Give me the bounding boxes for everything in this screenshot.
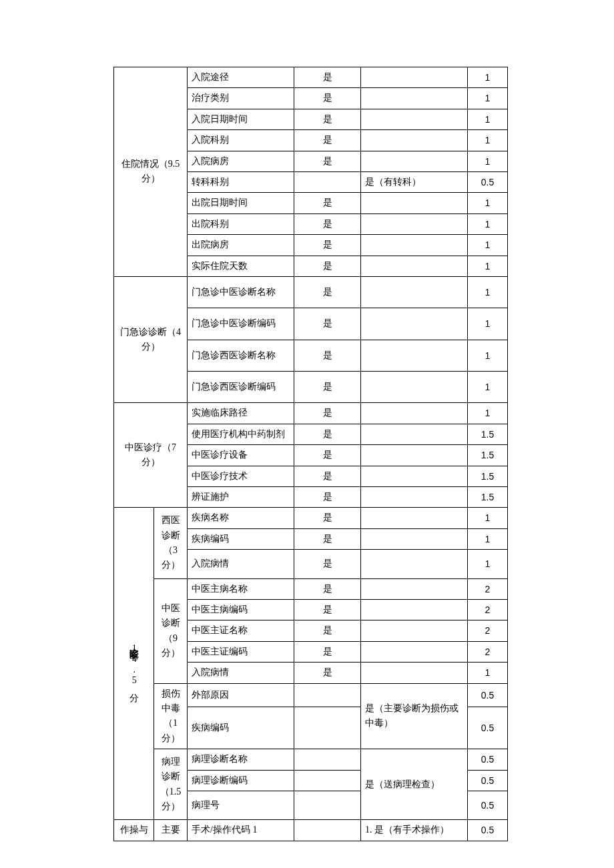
- item-cell: 治疗类别: [188, 88, 294, 109]
- condition-cell: [361, 256, 468, 276]
- item-cell: 病理号: [188, 791, 294, 819]
- required-cell: [294, 820, 361, 841]
- condition-cell: 是（主要诊断为损伤或中毒）: [361, 683, 468, 749]
- item-cell: 中医主证编码: [188, 641, 294, 662]
- section-discharge-diagnosis: 出院诊断14.5分: [114, 508, 154, 820]
- table-row: 住院情况（9.5 分） 入院途径 是 1: [114, 67, 508, 88]
- table-row: 门急诊诊断（4 分） 门急诊中医诊断名称是1: [114, 276, 508, 308]
- required-cell: 是: [294, 487, 361, 508]
- item-cell: 辨证施护: [188, 487, 294, 508]
- score-cell: 0.5: [468, 770, 508, 791]
- score-cell: 2: [468, 641, 508, 662]
- condition-cell: [361, 578, 468, 599]
- required-cell: 是: [294, 372, 361, 403]
- item-cell: 入院病房: [188, 151, 294, 171]
- condition-cell: [361, 663, 468, 683]
- score-cell: 1: [468, 256, 508, 276]
- condition-cell: [361, 276, 468, 308]
- required-cell: 是: [294, 67, 361, 88]
- required-cell: [294, 171, 361, 192]
- condition-cell: 是（送病理检查）: [361, 749, 468, 820]
- subsection-injury: 损伤中毒（1 分）: [154, 683, 188, 749]
- condition-cell: [361, 528, 468, 549]
- score-cell: 1: [468, 403, 508, 424]
- score-cell: 1.5: [468, 445, 508, 466]
- table-row: 中医诊疗（7 分） 实施临床路径是1: [114, 403, 508, 424]
- item-cell: 入院途径: [188, 67, 294, 88]
- condition-cell: [361, 424, 468, 444]
- table-row: 出院诊断14.5分 西医诊断（3 分） 疾病名称是1: [114, 508, 508, 528]
- section-label: 出院诊断14.5分: [126, 640, 141, 687]
- item-cell: 手术/操作代码 1: [188, 820, 294, 841]
- required-cell: 是: [294, 578, 361, 599]
- item-cell: 疾病编码: [188, 707, 294, 749]
- item-cell: 门急诊西医诊断名称: [188, 340, 294, 371]
- item-cell: 门急诊中医诊断编码: [188, 308, 294, 340]
- condition-cell: [361, 235, 468, 256]
- item-cell: 病理诊断名称: [188, 749, 294, 770]
- score-cell: 1.5: [468, 424, 508, 444]
- scoring-table: 住院情况（9.5 分） 入院途径 是 1 治疗类别是1 入院日期时间是1 入院科…: [113, 67, 508, 841]
- condition-cell: 是（有转科）: [361, 171, 468, 192]
- item-cell: 中医主证名称: [188, 620, 294, 641]
- required-cell: [294, 770, 361, 791]
- required-cell: 是: [294, 308, 361, 340]
- score-cell: 1: [468, 276, 508, 308]
- score-cell: 0.5: [468, 707, 508, 749]
- required-cell: 是: [294, 276, 361, 308]
- required-cell: 是: [294, 466, 361, 486]
- condition-cell: [361, 308, 468, 340]
- section-outpatient: 门急诊诊断（4 分）: [114, 276, 188, 403]
- condition-cell: [361, 340, 468, 371]
- item-cell: 出院科别: [188, 213, 294, 234]
- table-row: 中医诊断（9 分） 中医主病名称是2: [114, 578, 508, 599]
- item-cell: 中医诊疗设备: [188, 445, 294, 466]
- required-cell: 是: [294, 88, 361, 109]
- condition-cell: [361, 372, 468, 403]
- subsection-op-main: 主要: [154, 820, 188, 841]
- condition-cell: [361, 487, 468, 508]
- required-cell: 是: [294, 550, 361, 578]
- score-cell: 1: [468, 67, 508, 88]
- item-cell: 实际住院天数: [188, 256, 294, 276]
- item-cell: 入院科别: [188, 130, 294, 151]
- condition-cell: 1. 是（有手术操作）: [361, 820, 468, 841]
- item-cell: 门急诊西医诊断编码: [188, 372, 294, 403]
- required-cell: [294, 683, 361, 707]
- required-cell: 是: [294, 508, 361, 528]
- score-cell: 1: [468, 663, 508, 683]
- required-cell: 是: [294, 340, 361, 371]
- item-cell: 入院病情: [188, 550, 294, 578]
- required-cell: [294, 707, 361, 749]
- item-cell: 入院病情: [188, 663, 294, 683]
- required-cell: 是: [294, 663, 361, 683]
- item-cell: 病理诊断编码: [188, 770, 294, 791]
- required-cell: 是: [294, 641, 361, 662]
- required-cell: 是: [294, 599, 361, 620]
- score-cell: 1: [468, 528, 508, 549]
- required-cell: 是: [294, 403, 361, 424]
- item-cell: 出院病房: [188, 235, 294, 256]
- condition-cell: [361, 67, 468, 88]
- score-cell: 1: [468, 340, 508, 371]
- subsection-tcm: 中医诊断（9 分）: [154, 578, 188, 683]
- condition-cell: [361, 151, 468, 171]
- condition-cell: [361, 466, 468, 486]
- subsection-western: 西医诊断（3 分）: [154, 508, 188, 578]
- score-cell: 1.5: [468, 487, 508, 508]
- score-cell: 1: [468, 130, 508, 151]
- item-cell: 外部原因: [188, 683, 294, 707]
- score-cell: 1: [468, 508, 508, 528]
- item-cell: 疾病编码: [188, 528, 294, 549]
- section-operation: 作操与: [114, 820, 154, 841]
- score-cell: 0.5: [468, 791, 508, 819]
- score-cell: 1: [468, 372, 508, 403]
- score-cell: 1: [468, 235, 508, 256]
- item-cell: 中医主病编码: [188, 599, 294, 620]
- score-cell: 1: [468, 550, 508, 578]
- required-cell: 是: [294, 620, 361, 641]
- condition-cell: [361, 130, 468, 151]
- score-cell: 1: [468, 88, 508, 109]
- condition-cell: [361, 508, 468, 528]
- required-cell: 是: [294, 424, 361, 444]
